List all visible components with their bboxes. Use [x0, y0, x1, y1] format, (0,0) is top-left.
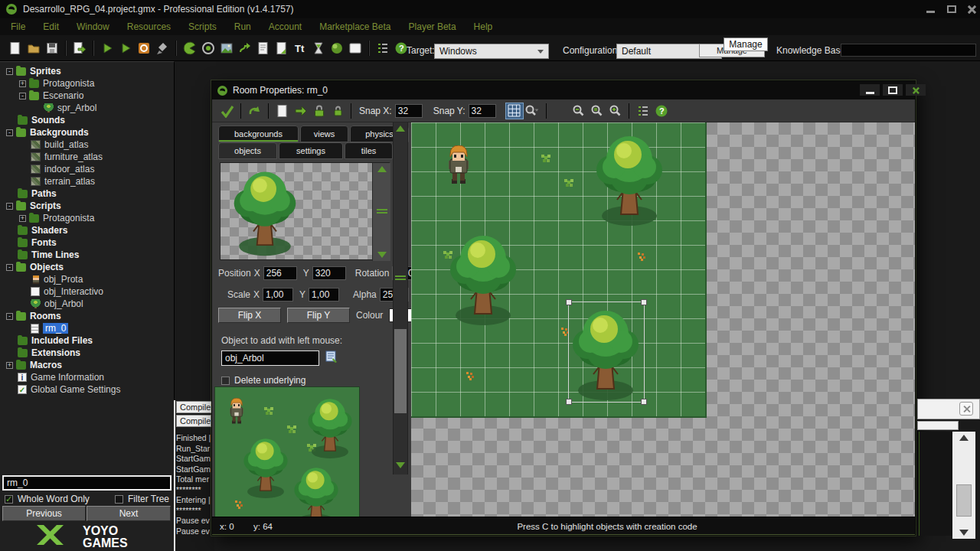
collapse-icon[interactable]: -	[6, 264, 13, 271]
tree-item-furniture-atlas[interactable]: furniture_atlas	[2, 151, 172, 163]
unlock-instances-icon[interactable]	[329, 103, 346, 119]
room-help-icon[interactable]: ?	[653, 103, 670, 119]
selection-handle[interactable]	[641, 399, 647, 405]
compile-form-tab[interactable]: CompileF	[176, 401, 214, 413]
selection-box[interactable]	[568, 302, 645, 403]
view-options-icon[interactable]	[524, 103, 541, 119]
position-x-input[interactable]	[263, 266, 297, 280]
tree-item-fonts[interactable]: Fonts	[2, 236, 172, 249]
target-dropdown[interactable]: Windows	[434, 44, 549, 59]
toggle-grid-button[interactable]	[505, 103, 524, 119]
object-to-add-input[interactable]	[221, 350, 319, 366]
position-y-input[interactable]	[312, 266, 346, 280]
knowledge-base-input[interactable]	[841, 44, 976, 57]
tree-item-extensions[interactable]: Extensions	[2, 347, 172, 359]
scroll-down-icon[interactable]	[959, 530, 969, 536]
save-project-icon[interactable]	[44, 40, 60, 57]
tree-item-escenario[interactable]: -Escenario	[2, 90, 172, 102]
tab-settings[interactable]: settings	[279, 142, 343, 159]
next-button[interactable]: Next	[87, 506, 171, 521]
menu-file[interactable]: File	[11, 21, 25, 32]
tree-item-objects[interactable]: -Objects	[2, 261, 172, 273]
scale-y-input[interactable]	[309, 288, 339, 302]
selection-handle[interactable]	[641, 299, 647, 305]
menu-player-beta[interactable]: Player Beta	[409, 21, 456, 32]
menu-resources[interactable]: Resources	[127, 21, 171, 32]
zoom-out-icon[interactable]	[570, 103, 587, 119]
tree-instance[interactable]	[593, 130, 666, 228]
create-sound-icon[interactable]	[200, 40, 217, 57]
flip-x-button[interactable]: Flip X	[218, 308, 281, 323]
tree-item-paths[interactable]: Paths	[2, 187, 172, 200]
preview-tree[interactable]	[241, 435, 290, 500]
macros-icon[interactable]	[374, 40, 391, 57]
expand-icon[interactable]: +	[19, 80, 26, 87]
tree-item-protagonista[interactable]: +Protagonista	[2, 77, 172, 90]
menu-account[interactable]: Account	[269, 21, 302, 32]
tab-tiles[interactable]: tiles	[345, 142, 393, 159]
room-minimize-button[interactable]	[860, 84, 880, 96]
scrollbar-grip[interactable]	[395, 276, 406, 282]
menu-scripts[interactable]: Scripts	[188, 21, 217, 32]
tree-item-game-information[interactable]: iGame Information	[2, 371, 172, 383]
scroll-up-icon[interactable]	[377, 166, 387, 172]
tree-item-obj-arbol[interactable]: obj_Arbol	[2, 298, 172, 310]
room-window-titlebar[interactable]: Room Properties: rm_0	[212, 81, 915, 99]
checkbox-unchecked-icon[interactable]	[221, 377, 230, 385]
zoom-reset-icon[interactable]	[589, 103, 606, 119]
panel-scrollbar[interactable]	[393, 122, 408, 474]
filter-tree-checkbox[interactable]: Filter Tree	[115, 494, 169, 504]
tree-item-global-game-settings[interactable]: ✓Global Game Settings	[2, 383, 172, 396]
menu-edit[interactable]: Edit	[43, 21, 59, 32]
room-close-button[interactable]	[906, 84, 926, 96]
create-path-icon[interactable]	[237, 40, 253, 57]
create-room-icon[interactable]	[347, 40, 364, 57]
scrollbar-grip[interactable]	[377, 209, 387, 215]
tree-item-sounds[interactable]: Sounds	[2, 114, 172, 126]
menu-marketplace-beta[interactable]: Marketplace Beta	[319, 21, 390, 32]
flip-y-button[interactable]: Flip Y	[287, 308, 350, 323]
open-project-icon[interactable]	[25, 40, 42, 57]
side-window-scrollbar[interactable]	[952, 432, 975, 539]
preview-tree[interactable]	[305, 395, 354, 460]
minimize-button[interactable]	[920, 3, 940, 15]
create-shader-icon[interactable]	[273, 40, 290, 57]
player-instance[interactable]	[447, 145, 470, 185]
tab-views[interactable]: views	[300, 126, 348, 142]
compile-tab[interactable]: Compile	[176, 415, 211, 427]
close-button[interactable]	[962, 3, 980, 15]
tree-item-obj-interactivo[interactable]: obj_Interactivo	[2, 285, 172, 298]
tab-backgrounds[interactable]: backgrounds	[218, 126, 299, 142]
checkbox-unchecked-icon[interactable]	[115, 495, 123, 504]
collapse-icon[interactable]: -	[6, 68, 13, 75]
scroll-down-icon[interactable]	[396, 462, 405, 468]
scroll-up-icon[interactable]	[959, 435, 969, 441]
shift-instances-icon[interactable]	[292, 103, 309, 119]
room-canvas[interactable]	[411, 122, 915, 517]
run-icon[interactable]	[99, 40, 116, 57]
create-script-icon[interactable]	[255, 40, 272, 57]
create-executable-icon[interactable]	[71, 40, 88, 57]
collapse-icon[interactable]: -	[6, 129, 13, 136]
scroll-down-icon[interactable]	[377, 252, 387, 258]
tree-item-build-atlas[interactable]: build_atlas	[2, 139, 172, 151]
undo-icon[interactable]	[247, 103, 263, 119]
collapse-icon[interactable]: -	[19, 93, 26, 99]
clean-cache-icon[interactable]	[154, 40, 171, 57]
preview-scrollbar[interactable]	[372, 163, 390, 261]
selection-handle[interactable]	[566, 299, 572, 305]
preview-player[interactable]	[229, 398, 244, 425]
tree-item-indoor-atlas[interactable]: indoor_atlas	[2, 163, 172, 175]
collapse-icon[interactable]: -	[6, 313, 13, 320]
search-input[interactable]	[2, 475, 172, 491]
object-menu-icon[interactable]	[325, 350, 338, 366]
zoom-in-icon[interactable]	[607, 103, 624, 119]
scrollbar-thumb[interactable]	[394, 329, 407, 413]
create-object-icon[interactable]	[328, 40, 345, 57]
tree-item-macros[interactable]: +Macros	[2, 359, 172, 371]
clear-room-icon[interactable]	[274, 103, 291, 119]
tree-item-obj-prota[interactable]: obj_Prota	[2, 273, 172, 285]
tree-item-included-files[interactable]: Included Files	[2, 334, 172, 347]
object-preview-box[interactable]	[220, 162, 390, 260]
collapse-icon[interactable]: -	[6, 203, 13, 210]
